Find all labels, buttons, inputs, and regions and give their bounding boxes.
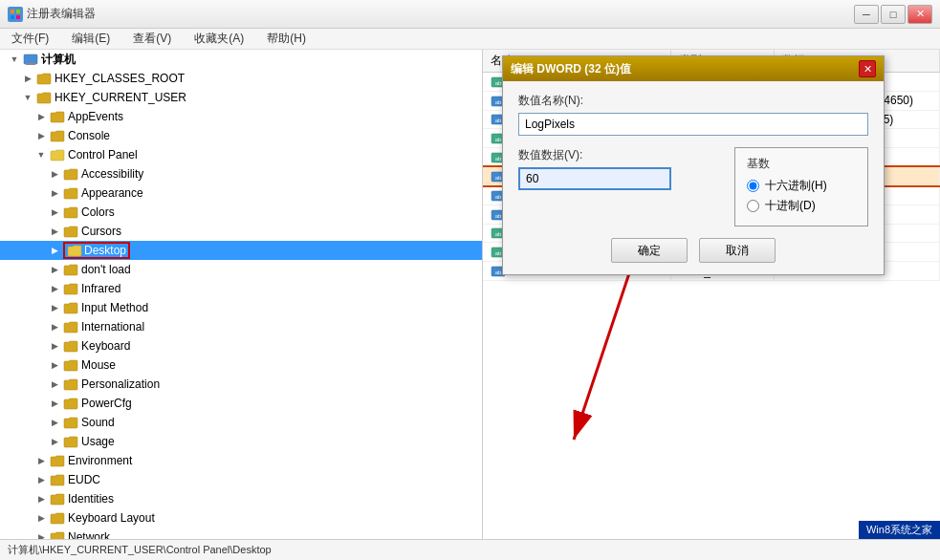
tree-item-accessibility[interactable]: ▶ Accessibility [0,164,482,183]
tree-item-environment[interactable]: ▶ Environment [0,451,482,470]
tree-item-personalization[interactable]: ▶ Personalization [0,375,482,394]
tree-label-keyboard: Keyboard [81,339,130,353]
radio-hex[interactable] [747,180,759,192]
tree-label-eudc: EUDC [68,473,100,486]
folder-icon-powercfg [63,397,78,410]
radio-dec[interactable] [747,200,759,212]
tree-item-desktop[interactable]: ▶ Desktop [0,241,482,260]
dialog-title: 编辑 DWORD (32 位)值 [511,61,631,77]
title-bar-left: 注册表编辑器 [8,6,96,22]
dialog-value-input[interactable] [518,167,671,190]
tree-item-inputmethod[interactable]: ▶ Input Method [0,298,482,317]
toggle-hkcu[interactable]: ▼ [21,91,34,104]
tree-item-usage[interactable]: ▶ Usage [0,432,482,451]
tree-item-computer[interactable]: ▼ 计算机 [0,50,482,69]
folder-icon-keyboardlayout [50,511,65,525]
tree-item-hkcr[interactable]: ▶ HKEY_CLASSES_ROOT [0,69,482,88]
folder-icon-hkcr [36,72,52,85]
tree-item-keyboard[interactable]: ▶ Keyboard [0,336,482,355]
toggle-international[interactable]: ▶ [48,320,61,334]
tree-item-network[interactable]: ▶ Network [0,528,482,539]
toggle-powercfg[interactable]: ▶ [48,397,61,410]
folder-icon-environment [50,454,65,467]
toggle-network[interactable]: ▶ [34,530,48,539]
tree-item-colors[interactable]: ▶ Colors [0,203,482,222]
dialog-ok-button[interactable]: 确定 [611,238,688,263]
toggle-console[interactable]: ▶ [34,129,48,142]
tree-label-accessibility: Accessibility [81,167,143,181]
tree-item-hkcu[interactable]: ▼ HKEY_CURRENT_USER [0,88,482,107]
tree-label-usage: Usage [81,435,115,448]
toggle-dontload[interactable]: ▶ [48,263,61,276]
toggle-eudc[interactable]: ▶ [34,473,48,486]
svg-text:ab: ab [495,118,502,123]
menu-edit[interactable]: 编辑(E) [64,29,118,49]
tree-item-identities[interactable]: ▶ Identities [0,489,482,508]
tree-panel[interactable]: ▼ 计算机 ▶ HKEY_CLASSES_ROOT ▼ HKEY_CURRENT… [0,50,483,539]
toggle-desktop[interactable]: ▶ [48,244,61,257]
dialog-close-button[interactable]: ✕ [859,60,876,77]
menu-favorites[interactable]: 收藏夹(A) [186,29,251,49]
folder-icon-hkcu [36,91,52,104]
toggle-cursors[interactable]: ▶ [48,225,61,238]
tree-item-eudc[interactable]: ▶ EUDC [0,470,482,489]
menu-view[interactable]: 查看(V) [125,29,179,49]
toggle-keyboard[interactable]: ▶ [48,339,61,353]
tree-item-cursors[interactable]: ▶ Cursors [0,222,482,241]
folder-icon-identities [50,492,65,506]
toggle-identities[interactable]: ▶ [34,492,48,506]
toggle-colors[interactable]: ▶ [48,205,61,219]
dialog-cancel-button[interactable]: 取消 [699,238,776,263]
tree-item-keyboardlayout[interactable]: ▶ Keyboard Layout [0,508,482,528]
tree-label-identities: Identities [68,492,114,506]
close-button[interactable]: ✕ [907,5,932,24]
toggle-appearance[interactable]: ▶ [48,186,61,200]
toggle-mouse[interactable]: ▶ [48,358,61,372]
folder-icon-eudc [50,473,65,486]
tree-item-infrared[interactable]: ▶ Infrared [0,279,482,298]
tree-label-console: Console [68,129,110,142]
tree-label-sound: Sound [81,416,115,429]
dword-dialog[interactable]: 编辑 DWORD (32 位)值 ✕ 数值名称(N): 数值数据(V): 基数 … [502,55,885,275]
dialog-body: 数值名称(N): 数值数据(V): 基数 十六进制(H) [503,81,884,274]
tree-label-inputmethod: Input Method [81,301,148,314]
toggle-accessibility[interactable]: ▶ [48,167,61,181]
tree-item-mouse[interactable]: ▶ Mouse [0,355,482,375]
tree-item-appearance[interactable]: ▶ Appearance [0,183,482,203]
svg-rect-1 [16,10,20,13]
dialog-name-input[interactable] [518,113,868,136]
radio-group-base: 基数 十六进制(H) 十进制(D) [734,147,868,226]
toggle-keyboardlayout[interactable]: ▶ [34,511,48,525]
radio-hex-item: 十六进制(H) [747,178,856,194]
tree-item-controlpanel[interactable]: ▼ Control Panel [0,145,482,164]
menu-file[interactable]: 文件(F) [4,29,56,49]
toggle-personalization[interactable]: ▶ [48,377,61,391]
toggle-inputmethod[interactable]: ▶ [48,301,61,314]
toggle-sound[interactable]: ▶ [48,416,61,429]
menu-help[interactable]: 帮助(H) [259,29,314,49]
tree-label-network: Network [68,530,110,539]
radio-dec-label: 十进制(D) [765,198,816,214]
toggle-controlpanel[interactable]: ▼ [34,148,48,162]
tree-item-console[interactable]: ▶ Console [0,126,482,145]
tree-item-sound[interactable]: ▶ Sound [0,413,482,432]
restore-button[interactable]: □ [881,5,906,24]
minimize-button[interactable]: ─ [854,5,879,24]
folder-icon-usage [63,435,78,448]
tree-item-international[interactable]: ▶ International [0,317,482,336]
tree-label-appearance: Appearance [81,186,143,200]
toggle-hkcr[interactable]: ▶ [21,72,34,85]
status-text: 计算机\HKEY_CURRENT_USER\Control Panel\Desk… [8,543,272,557]
svg-rect-5 [26,63,35,65]
title-bar: 注册表编辑器 ─ □ ✕ [0,0,940,29]
tree-item-powercfg[interactable]: ▶ PowerCfg [0,394,482,413]
toggle-computer[interactable]: ▼ [8,53,21,66]
tree-item-dontload[interactable]: ▶ don't load [0,260,482,279]
toggle-environment[interactable]: ▶ [34,454,48,467]
toggle-infrared[interactable]: ▶ [48,282,61,295]
tree-item-appevents[interactable]: ▶ AppEvents [0,107,482,126]
toggle-appevents[interactable]: ▶ [34,110,48,123]
dialog-base-section: 基数 十六进制(H) 十进制(D) [734,147,868,226]
folder-icon-accessibility [63,167,78,181]
toggle-usage[interactable]: ▶ [48,435,61,448]
